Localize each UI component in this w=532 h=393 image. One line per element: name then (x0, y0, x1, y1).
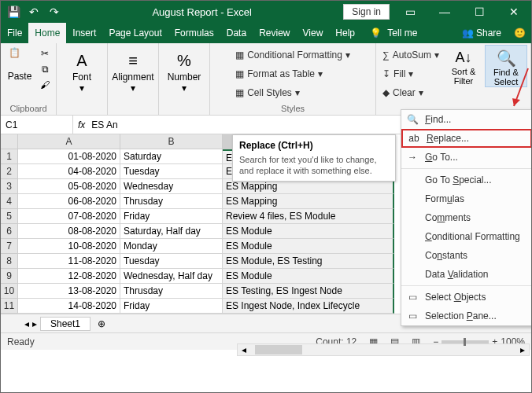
col-header-a[interactable]: A (18, 134, 120, 149)
select-all-corner[interactable] (1, 134, 18, 149)
ribbon-options-icon[interactable]: ▭ (393, 1, 427, 23)
cell[interactable]: 11-08-2020 (18, 254, 120, 269)
tab-help[interactable]: Help (329, 23, 361, 43)
save-icon[interactable]: 💾 (4, 2, 23, 21)
dropdown-item[interactable]: Go To Special... (401, 171, 532, 189)
sign-in-button[interactable]: Sign in (343, 4, 390, 20)
horizontal-scrollbar[interactable]: ◂ ▸ (237, 343, 530, 356)
dropdown-item[interactable]: Constants (401, 246, 532, 265)
cell[interactable]: ES Mapping (223, 194, 394, 209)
format-painter-icon[interactable]: 🖌 (37, 78, 53, 92)
window-title: August Report - Excel (64, 6, 340, 18)
row-header[interactable]: 5 (1, 209, 18, 224)
row-header[interactable]: 2 (1, 164, 18, 179)
dropdown-item[interactable]: ▭Selection Pane... (401, 307, 532, 325)
row-header[interactable]: 3 (1, 179, 18, 194)
cell[interactable]: 13-08-2020 (18, 284, 120, 299)
row-header[interactable]: 6 (1, 224, 18, 239)
cell[interactable]: Tuesday (120, 164, 223, 179)
cell[interactable]: 05-08-2020 (18, 179, 120, 194)
copy-icon[interactable]: ⧉ (37, 62, 53, 76)
dropdown-item[interactable]: →Go To... (401, 148, 532, 167)
row-header[interactable]: 7 (1, 239, 18, 254)
undo-icon[interactable]: ↶ (24, 2, 43, 21)
cell[interactable]: Thrusday (120, 284, 223, 299)
cell[interactable]: ES Module (223, 239, 394, 254)
tab-view[interactable]: View (297, 23, 330, 43)
scroll-right-icon[interactable]: ▸ (516, 344, 529, 355)
cell[interactable]: ES Testing, ES Ingest Node (223, 284, 394, 299)
cell[interactable]: Thrusday (120, 194, 223, 209)
dropdown-item[interactable]: Formulas (401, 189, 532, 208)
row-header[interactable]: 1 (1, 149, 18, 164)
tab-page-layout[interactable]: Page Layout (102, 23, 168, 43)
cell-styles-button[interactable]: ▦Cell Styles▾ (235, 84, 350, 101)
conditional-formatting-button[interactable]: ▦Conditional Formatting▾ (235, 46, 350, 64)
cell[interactable]: Tuesday (120, 254, 223, 269)
cell[interactable]: 07-08-2020 (18, 209, 120, 224)
paste-button[interactable]: 📋 Paste (4, 45, 35, 82)
fx-icon[interactable]: fx (78, 119, 85, 130)
row-header[interactable]: 4 (1, 194, 18, 209)
minimize-button[interactable]: — (427, 1, 462, 23)
alignment-button[interactable]: ≡ Alignment ▾ (111, 45, 155, 94)
cell[interactable]: 04-08-2020 (18, 164, 120, 179)
dropdown-item[interactable]: Data Validation (401, 265, 532, 284)
tab-home[interactable]: Home (28, 23, 66, 43)
add-sheet-button[interactable]: ⊕ (94, 318, 109, 329)
tab-review[interactable]: Review (253, 23, 296, 43)
row-header[interactable]: 10 (1, 284, 18, 299)
cell[interactable]: Review 4 files, ES Module (223, 209, 394, 224)
cell[interactable]: 06-08-2020 (18, 194, 120, 209)
dropdown-item[interactable]: ▭Select Objects (401, 288, 532, 307)
cell[interactable]: Wednesday (120, 179, 223, 194)
sheet-tab[interactable]: Sheet1 (40, 317, 91, 331)
row-header[interactable]: 8 (1, 254, 18, 269)
sort-filter-button[interactable]: A↓ Sort & Filter (442, 45, 485, 86)
row-header[interactable]: 9 (1, 269, 18, 284)
scroll-left-icon[interactable]: ◂ (238, 344, 250, 355)
sheet-nav-prev-icon[interactable]: ◂ (24, 318, 29, 329)
cell[interactable]: Saturday, Half day (120, 224, 223, 239)
cell[interactable]: ES Module (223, 224, 394, 239)
formula-bar[interactable]: ES An (91, 119, 117, 130)
cut-icon[interactable]: ✂ (37, 46, 53, 61)
cell[interactable]: ES Module (223, 269, 394, 284)
name-box[interactable]: C1 (1, 116, 73, 134)
tab-insert[interactable]: Insert (66, 23, 102, 43)
cell[interactable]: Saturday (120, 149, 223, 164)
cell[interactable]: ES Ingest Node, Index Lifecycle (223, 299, 394, 314)
font-button[interactable]: A Font ▾ (60, 45, 104, 94)
tab-data[interactable]: Data (220, 23, 253, 43)
col-header-b[interactable]: B (120, 134, 223, 149)
cell[interactable]: 01-08-2020 (18, 149, 120, 164)
cell[interactable]: 08-08-2020 (18, 224, 120, 239)
sheet-nav-next-icon[interactable]: ▸ (32, 318, 37, 329)
dropdown-item[interactable]: Conditional Formatting (401, 227, 532, 246)
cell[interactable]: Wednesday, Half day (120, 269, 223, 284)
maximize-button[interactable]: ☐ (462, 1, 497, 23)
close-button[interactable]: ✕ (497, 1, 531, 23)
autosum-button[interactable]: ∑AutoSum▾ (382, 46, 439, 64)
cell[interactable]: 12-08-2020 (18, 269, 120, 284)
cell[interactable]: Friday (120, 209, 223, 224)
number-button[interactable]: % Number ▾ (162, 45, 206, 94)
clear-button[interactable]: ◆Clear▾ (382, 84, 439, 101)
row-header[interactable]: 11 (1, 299, 18, 314)
share-button[interactable]: 👥 Share (456, 23, 508, 43)
dropdown-item[interactable]: abReplace... (401, 129, 532, 148)
feedback-icon[interactable]: 🙂 (511, 28, 528, 39)
cell[interactable]: Friday (120, 299, 223, 314)
scroll-thumb[interactable] (255, 345, 302, 354)
cell[interactable]: ES Module, ES Testing (223, 254, 394, 269)
cell[interactable]: Monday (120, 239, 223, 254)
tell-me[interactable]: 💡 Tell me (361, 23, 423, 43)
format-as-table-button[interactable]: ▦Format as Table▾ (235, 65, 350, 83)
cell[interactable]: 14-08-2020 (18, 299, 120, 314)
fill-button[interactable]: ↧Fill▾ (382, 65, 439, 83)
tab-formulas[interactable]: Formulas (168, 23, 220, 43)
dropdown-item[interactable]: Comments (401, 208, 532, 227)
redo-icon[interactable]: ↷ (45, 2, 64, 21)
cell[interactable]: 10-08-2020 (18, 239, 120, 254)
tab-file[interactable]: File (1, 23, 28, 43)
